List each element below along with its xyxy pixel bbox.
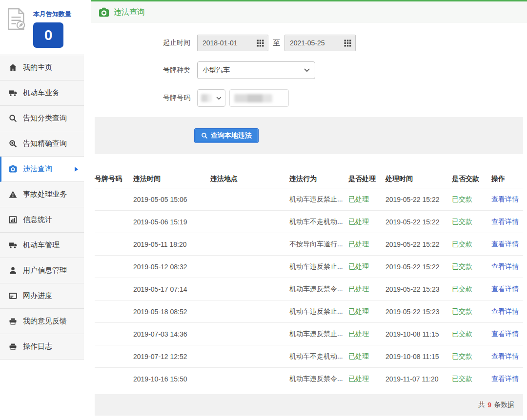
table-row: 2019-07-12 12:52机动车不走机动...已处理2019-10-08 …: [95, 345, 523, 368]
violation-behavior-cell: 机动车违反禁止...: [289, 307, 348, 316]
column-header: 违法时间: [133, 175, 210, 183]
search-button-label: 查询本地违法: [211, 131, 252, 140]
end-date-input[interactable]: 2021-05-25: [284, 35, 356, 51]
action-cell: 查看详情: [491, 330, 523, 339]
sidebar-item-label: 操作日志: [23, 342, 52, 351]
action-cell: 查看详情: [491, 195, 523, 204]
handled-status: 已处理: [348, 218, 385, 226]
process-time-cell: 2019-10-08 11:15: [385, 330, 452, 338]
plate-type-select[interactable]: 小型汽车: [197, 61, 315, 79]
start-date-input[interactable]: 2018-01-01: [197, 35, 268, 51]
column-header: 是否交款: [452, 175, 491, 183]
action-cell: 查看详情: [491, 352, 523, 361]
sidebar-item-label: 信息统计: [23, 215, 52, 224]
view-detail-link[interactable]: 查看详情: [491, 240, 519, 248]
total-count-suffix: 条数据: [494, 400, 514, 409]
column-header: 操作: [491, 175, 523, 183]
handled-status: 已处理: [348, 262, 385, 271]
calendar-icon[interactable]: [342, 40, 355, 47]
paid-status: 已交款: [452, 330, 491, 339]
plate-number-label: 号牌号码: [95, 94, 190, 102]
sidebar-menu: 我的主页机动车业务告知分类查询告知精确查询违法查询事故处理业务信息统计机动车管理…: [0, 55, 84, 360]
sidebar-item-notice-exact-query[interactable]: 告知精确查询: [0, 131, 84, 157]
process-time-cell: 2019-05-22 15:22: [385, 240, 452, 248]
process-time-cell: 2019-10-08 11:15: [385, 353, 452, 360]
monthly-notice-count-badge: 0: [33, 22, 63, 48]
total-count-prefix: 共: [478, 400, 485, 409]
sidebar-item-label: 我的意见反馈: [23, 317, 67, 326]
view-detail-link[interactable]: 查看详情: [491, 262, 519, 270]
process-time-cell: 2019-05-22 15:22: [385, 263, 452, 271]
monthly-notice-label: 本月告知数量: [33, 10, 71, 19]
action-cell: 查看详情: [491, 218, 523, 226]
sidebar-item-violation-query[interactable]: 违法查询: [0, 157, 84, 182]
violation-behavior-cell: 机动车不走机动...: [289, 218, 348, 226]
view-detail-link[interactable]: 查看详情: [491, 307, 519, 315]
table-row: 2019-05-06 15:19机动车不走机动...已处理2019-05-22 …: [95, 211, 523, 233]
column-header: 违法行为: [289, 175, 348, 183]
process-time-cell: 2019-05-22 15:23: [385, 285, 452, 293]
view-detail-link[interactable]: 查看详情: [491, 195, 519, 203]
table-row: 2019-05-12 08:32机动车违反禁止...已处理2019-05-22 …: [95, 256, 523, 278]
search-local-violations-button[interactable]: 查询本地违法: [194, 128, 259, 143]
sidebar-item-label: 我的主页: [23, 63, 52, 72]
main-content: 违法查询 起止时间 2018-01-01 至: [91, 0, 527, 416]
sidebar-item-online-progress[interactable]: 网办进度: [0, 283, 84, 309]
view-detail-link[interactable]: 查看详情: [491, 330, 519, 338]
sidebar-item-label: 机动车业务: [23, 88, 60, 98]
sidebar-item-my-feedback[interactable]: 我的意见反馈: [0, 309, 84, 334]
violation-time-cell: 2019-05-06 15:19: [133, 218, 210, 226]
action-cell: 查看详情: [491, 262, 523, 271]
camera-icon: [9, 165, 17, 173]
view-detail-link[interactable]: 查看详情: [491, 375, 519, 382]
sidebar-item-info-statistics[interactable]: 信息统计: [0, 207, 84, 233]
violation-behavior-cell: 机动车不走机动...: [289, 352, 348, 361]
sidebar-item-home[interactable]: 我的主页: [0, 55, 84, 80]
table-row: 2019-05-17 07:14机动车违反禁令...已处理2019-05-22 …: [95, 278, 523, 300]
violations-table: 号牌号码违法时间违法地点违法行为是否处理处理时间是否交款操作 2019-05-0…: [95, 170, 523, 390]
warning-icon: [9, 190, 17, 199]
violation-time-cell: 2019-07-03 14:36: [133, 330, 210, 338]
table-row: 2019-05-05 15:06机动车违反禁止...已处理2019-05-22 …: [95, 188, 523, 211]
view-detail-link[interactable]: 查看详情: [491, 218, 519, 225]
process-time-cell: 2019-05-22 15:22: [385, 218, 452, 226]
violation-behavior-cell: 机动车违反禁令...: [289, 375, 348, 383]
paid-status: 已交款: [452, 307, 491, 316]
plate-province-select[interactable]: [197, 89, 225, 107]
violation-time-cell: 2019-05-11 18:20: [133, 240, 210, 248]
action-cell: 查看详情: [491, 375, 523, 383]
sidebar-item-notice-category-query[interactable]: 告知分类查询: [0, 106, 84, 131]
printer-icon: [9, 317, 17, 325]
column-header: 号牌号码: [95, 175, 133, 183]
view-detail-link[interactable]: 查看详情: [491, 285, 519, 293]
redacted-plate-value: [234, 94, 272, 102]
chevron-down-icon: [304, 68, 310, 72]
sidebar-item-operation-log[interactable]: 操作日志: [0, 334, 84, 360]
calendar-icon[interactable]: [255, 40, 268, 47]
search-icon: [9, 114, 17, 122]
plate-type-value: 小型汽车: [203, 66, 304, 75]
search-plus-icon: [9, 140, 17, 148]
violation-time-cell: 2019-05-12 08:32: [133, 263, 210, 271]
sidebar-item-accident-business[interactable]: 事故处理业务: [0, 182, 84, 207]
chart-icon: [9, 216, 17, 224]
query-form: 起止时间 2018-01-01 至 2021-05-25: [95, 23, 523, 107]
plate-number-input[interactable]: [229, 89, 289, 107]
table-row: 2019-07-03 14:36机动车违反禁止...已处理2019-10-08 …: [95, 323, 523, 345]
table-row: 2019-10-16 15:50机动车违反禁令...已处理2019-11-07 …: [95, 368, 523, 390]
sidebar-item-label: 告知精确查询: [23, 139, 67, 148]
view-detail-link[interactable]: 查看详情: [491, 352, 519, 360]
violation-behavior-cell: 机动车违反禁止...: [289, 195, 348, 204]
sidebar-item-user-info-management[interactable]: 用户信息管理: [0, 258, 84, 283]
redacted-province-value: [201, 94, 212, 102]
sidebar-item-label: 告知分类查询: [23, 114, 67, 123]
violation-time-cell: 2019-05-18 08:52: [133, 308, 210, 316]
handled-status: 已处理: [348, 195, 385, 204]
sidebar-item-label: 网办进度: [23, 291, 52, 300]
table-row: 2019-05-11 18:20不按导向车道行...已处理2019-05-22 …: [95, 233, 523, 256]
page-title: 违法查询: [114, 7, 145, 18]
sidebar-item-vehicle-management[interactable]: 机动车管理: [0, 233, 84, 258]
card-icon: [9, 292, 17, 300]
violation-time-cell: 2019-07-12 12:52: [133, 353, 210, 360]
sidebar-item-vehicle-business[interactable]: 机动车业务: [0, 80, 84, 106]
